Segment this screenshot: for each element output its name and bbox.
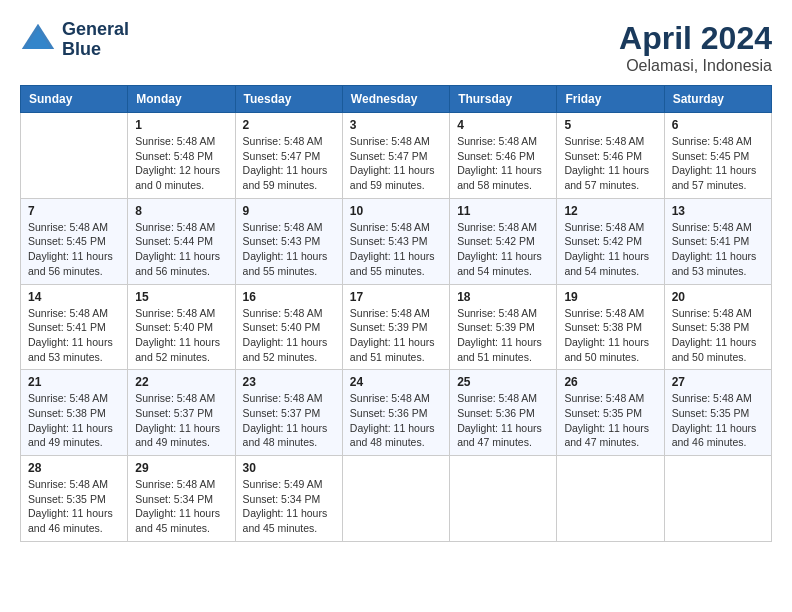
day-number: 3 [350,118,442,132]
weekday-header: Friday [557,86,664,113]
day-number: 17 [350,290,442,304]
day-info: Sunrise: 5:48 AMSunset: 5:35 PMDaylight:… [564,391,656,450]
day-number: 15 [135,290,227,304]
day-number: 25 [457,375,549,389]
day-number: 9 [243,204,335,218]
day-number: 22 [135,375,227,389]
calendar-header-row: SundayMondayTuesdayWednesdayThursdayFrid… [21,86,772,113]
calendar-cell: 1Sunrise: 5:48 AMSunset: 5:48 PMDaylight… [128,113,235,199]
day-info: Sunrise: 5:48 AMSunset: 5:46 PMDaylight:… [564,134,656,193]
day-info: Sunrise: 5:48 AMSunset: 5:41 PMDaylight:… [672,220,764,279]
day-info: Sunrise: 5:48 AMSunset: 5:38 PMDaylight:… [28,391,120,450]
calendar-cell: 4Sunrise: 5:48 AMSunset: 5:46 PMDaylight… [450,113,557,199]
calendar-week-row: 28Sunrise: 5:48 AMSunset: 5:35 PMDayligh… [21,456,772,542]
weekday-header: Tuesday [235,86,342,113]
day-number: 23 [243,375,335,389]
day-info: Sunrise: 5:48 AMSunset: 5:45 PMDaylight:… [28,220,120,279]
day-number: 7 [28,204,120,218]
day-number: 8 [135,204,227,218]
day-info: Sunrise: 5:48 AMSunset: 5:41 PMDaylight:… [28,306,120,365]
calendar-week-row: 7Sunrise: 5:48 AMSunset: 5:45 PMDaylight… [21,198,772,284]
day-number: 18 [457,290,549,304]
calendar-cell: 21Sunrise: 5:48 AMSunset: 5:38 PMDayligh… [21,370,128,456]
calendar-cell: 7Sunrise: 5:48 AMSunset: 5:45 PMDaylight… [21,198,128,284]
day-info: Sunrise: 5:48 AMSunset: 5:37 PMDaylight:… [135,391,227,450]
calendar-cell: 17Sunrise: 5:48 AMSunset: 5:39 PMDayligh… [342,284,449,370]
day-number: 10 [350,204,442,218]
day-number: 5 [564,118,656,132]
calendar-week-row: 21Sunrise: 5:48 AMSunset: 5:38 PMDayligh… [21,370,772,456]
logo-text: General Blue [62,20,129,60]
calendar-cell: 27Sunrise: 5:48 AMSunset: 5:35 PMDayligh… [664,370,771,456]
calendar-cell: 29Sunrise: 5:48 AMSunset: 5:34 PMDayligh… [128,456,235,542]
page-header: General Blue April 2024 Oelamasi, Indone… [20,20,772,75]
day-info: Sunrise: 5:48 AMSunset: 5:43 PMDaylight:… [350,220,442,279]
calendar-cell: 10Sunrise: 5:48 AMSunset: 5:43 PMDayligh… [342,198,449,284]
day-number: 14 [28,290,120,304]
day-number: 2 [243,118,335,132]
calendar-cell: 26Sunrise: 5:48 AMSunset: 5:35 PMDayligh… [557,370,664,456]
calendar-cell: 19Sunrise: 5:48 AMSunset: 5:38 PMDayligh… [557,284,664,370]
weekday-header: Monday [128,86,235,113]
day-info: Sunrise: 5:48 AMSunset: 5:44 PMDaylight:… [135,220,227,279]
day-info: Sunrise: 5:48 AMSunset: 5:39 PMDaylight:… [457,306,549,365]
day-number: 20 [672,290,764,304]
calendar-cell: 24Sunrise: 5:48 AMSunset: 5:36 PMDayligh… [342,370,449,456]
calendar-cell: 9Sunrise: 5:48 AMSunset: 5:43 PMDaylight… [235,198,342,284]
logo: General Blue [20,20,129,60]
title-block: April 2024 Oelamasi, Indonesia [619,20,772,75]
calendar-table: SundayMondayTuesdayWednesdayThursdayFrid… [20,85,772,542]
day-info: Sunrise: 5:48 AMSunset: 5:38 PMDaylight:… [672,306,764,365]
day-number: 1 [135,118,227,132]
day-info: Sunrise: 5:48 AMSunset: 5:39 PMDaylight:… [350,306,442,365]
day-number: 27 [672,375,764,389]
calendar-cell: 20Sunrise: 5:48 AMSunset: 5:38 PMDayligh… [664,284,771,370]
weekday-header: Saturday [664,86,771,113]
day-info: Sunrise: 5:48 AMSunset: 5:47 PMDaylight:… [350,134,442,193]
calendar-cell: 14Sunrise: 5:48 AMSunset: 5:41 PMDayligh… [21,284,128,370]
calendar-cell: 11Sunrise: 5:48 AMSunset: 5:42 PMDayligh… [450,198,557,284]
day-info: Sunrise: 5:48 AMSunset: 5:42 PMDaylight:… [564,220,656,279]
day-number: 6 [672,118,764,132]
calendar-cell: 6Sunrise: 5:48 AMSunset: 5:45 PMDaylight… [664,113,771,199]
month-year-title: April 2024 [619,20,772,57]
calendar-cell: 25Sunrise: 5:48 AMSunset: 5:36 PMDayligh… [450,370,557,456]
calendar-cell: 16Sunrise: 5:48 AMSunset: 5:40 PMDayligh… [235,284,342,370]
day-number: 24 [350,375,442,389]
calendar-cell [664,456,771,542]
day-info: Sunrise: 5:48 AMSunset: 5:45 PMDaylight:… [672,134,764,193]
day-number: 11 [457,204,549,218]
day-info: Sunrise: 5:48 AMSunset: 5:43 PMDaylight:… [243,220,335,279]
calendar-cell: 2Sunrise: 5:48 AMSunset: 5:47 PMDaylight… [235,113,342,199]
day-info: Sunrise: 5:48 AMSunset: 5:48 PMDaylight:… [135,134,227,193]
day-number: 19 [564,290,656,304]
weekday-header: Thursday [450,86,557,113]
day-number: 12 [564,204,656,218]
calendar-cell: 28Sunrise: 5:48 AMSunset: 5:35 PMDayligh… [21,456,128,542]
calendar-cell: 12Sunrise: 5:48 AMSunset: 5:42 PMDayligh… [557,198,664,284]
calendar-week-row: 1Sunrise: 5:48 AMSunset: 5:48 PMDaylight… [21,113,772,199]
day-info: Sunrise: 5:48 AMSunset: 5:46 PMDaylight:… [457,134,549,193]
day-info: Sunrise: 5:48 AMSunset: 5:36 PMDaylight:… [457,391,549,450]
day-number: 13 [672,204,764,218]
day-info: Sunrise: 5:48 AMSunset: 5:40 PMDaylight:… [135,306,227,365]
weekday-header: Wednesday [342,86,449,113]
calendar-cell [342,456,449,542]
day-info: Sunrise: 5:48 AMSunset: 5:34 PMDaylight:… [135,477,227,536]
day-number: 26 [564,375,656,389]
calendar-cell: 8Sunrise: 5:48 AMSunset: 5:44 PMDaylight… [128,198,235,284]
calendar-cell: 15Sunrise: 5:48 AMSunset: 5:40 PMDayligh… [128,284,235,370]
calendar-cell: 30Sunrise: 5:49 AMSunset: 5:34 PMDayligh… [235,456,342,542]
calendar-cell: 5Sunrise: 5:48 AMSunset: 5:46 PMDaylight… [557,113,664,199]
logo-icon [20,22,56,58]
calendar-cell [450,456,557,542]
day-info: Sunrise: 5:49 AMSunset: 5:34 PMDaylight:… [243,477,335,536]
day-info: Sunrise: 5:48 AMSunset: 5:35 PMDaylight:… [28,477,120,536]
calendar-cell: 22Sunrise: 5:48 AMSunset: 5:37 PMDayligh… [128,370,235,456]
location-subtitle: Oelamasi, Indonesia [619,57,772,75]
day-number: 16 [243,290,335,304]
calendar-cell: 3Sunrise: 5:48 AMSunset: 5:47 PMDaylight… [342,113,449,199]
calendar-cell: 18Sunrise: 5:48 AMSunset: 5:39 PMDayligh… [450,284,557,370]
calendar-cell [21,113,128,199]
day-info: Sunrise: 5:48 AMSunset: 5:42 PMDaylight:… [457,220,549,279]
